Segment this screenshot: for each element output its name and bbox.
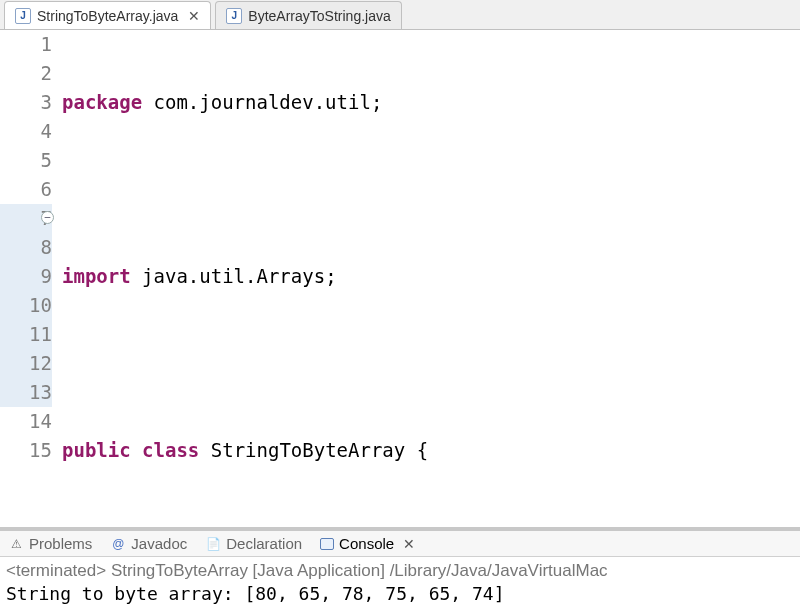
console-output: String to byte array: [80, 65, 78, 75, 6… bbox=[6, 583, 794, 604]
line-number-gutter: 1 2 3 4 5 6 7− 8 9 10 11 12 13 14 15 bbox=[0, 30, 62, 527]
console-status: <terminated> StringToByteArray [Java App… bbox=[6, 561, 794, 581]
tab-label: StringToByteArray.java bbox=[37, 8, 178, 24]
close-icon[interactable]: ✕ bbox=[188, 8, 200, 24]
warning-icon: ⚠ bbox=[8, 536, 24, 552]
bottom-panel: ⚠ Problems @ Javadoc 📄 Declaration Conso… bbox=[0, 527, 800, 608]
editor-tabs: J StringToByteArray.java ✕ J ByteArrayTo… bbox=[0, 0, 800, 30]
java-file-icon: J bbox=[15, 8, 31, 24]
tab-javadoc[interactable]: @ Javadoc bbox=[110, 535, 187, 552]
console-body: <terminated> StringToByteArray [Java App… bbox=[0, 557, 800, 608]
tab-bytearraytostring[interactable]: J ByteArrayToString.java bbox=[215, 1, 401, 29]
fold-icon[interactable]: − bbox=[41, 211, 54, 224]
tab-declaration[interactable]: 📄 Declaration bbox=[205, 535, 302, 552]
bottom-tabs: ⚠ Problems @ Javadoc 📄 Declaration Conso… bbox=[0, 531, 800, 557]
tab-stringtobytearray[interactable]: J StringToByteArray.java ✕ bbox=[4, 1, 211, 29]
console-icon bbox=[320, 538, 334, 550]
code-content[interactable]: package com.journaldev.util; import java… bbox=[62, 30, 800, 527]
java-file-icon: J bbox=[226, 8, 242, 24]
declaration-icon: 📄 bbox=[205, 536, 221, 552]
tab-console[interactable]: Console ✕ bbox=[320, 535, 415, 552]
tab-label: ByteArrayToString.java bbox=[248, 8, 390, 24]
tab-problems[interactable]: ⚠ Problems bbox=[8, 535, 92, 552]
close-icon[interactable]: ✕ bbox=[403, 536, 415, 552]
at-icon: @ bbox=[110, 536, 126, 552]
code-editor[interactable]: 1 2 3 4 5 6 7− 8 9 10 11 12 13 14 15 pac… bbox=[0, 30, 800, 527]
